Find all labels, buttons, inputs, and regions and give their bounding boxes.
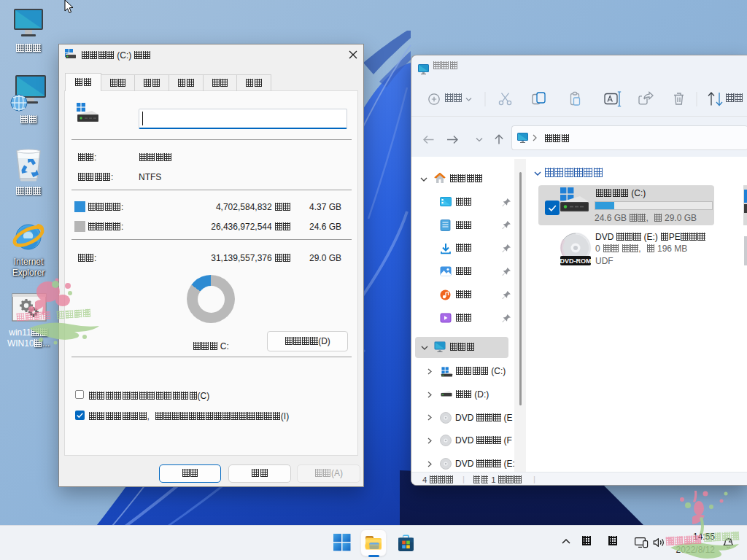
svg-text:DVD-ROM: DVD-ROM xyxy=(560,257,592,265)
